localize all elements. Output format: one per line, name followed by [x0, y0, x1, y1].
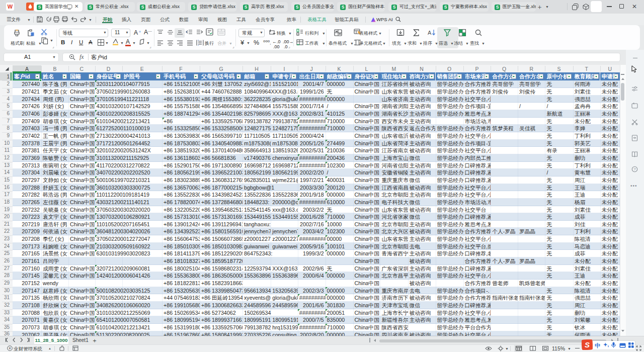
svg-text:¥: ¥	[9, 346, 11, 350]
svg-text:A: A	[428, 30, 432, 36]
svg-text:W: W	[8, 4, 13, 10]
svg-text:?: ?	[633, 167, 636, 171]
svg-text:S: S	[585, 340, 590, 349]
